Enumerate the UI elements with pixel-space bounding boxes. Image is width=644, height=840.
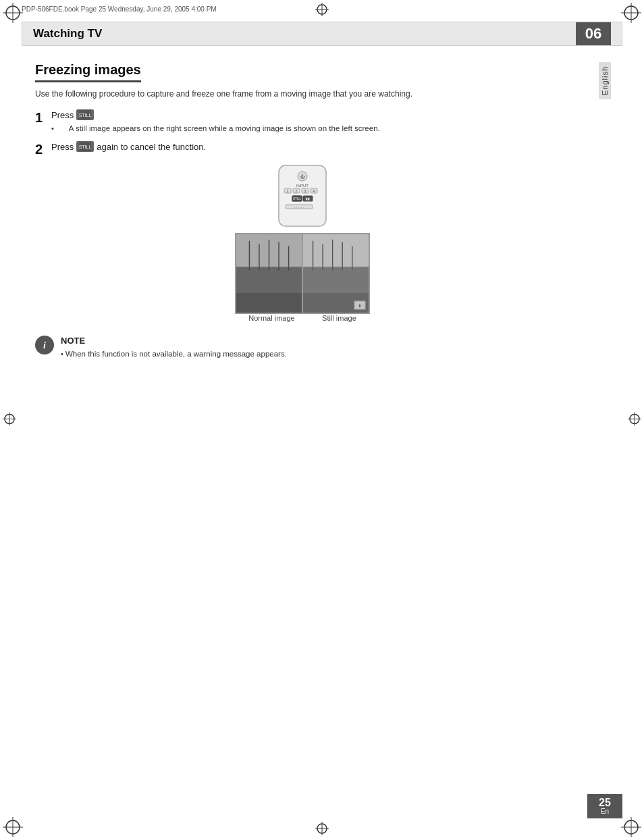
- still-image-label: Still image: [322, 314, 356, 322]
- svg-text:▮▮: ▮▮: [306, 196, 310, 201]
- step-2: 2 Press STILL again to cancel the functi…: [35, 141, 570, 157]
- step-2-press-text: Press: [51, 142, 74, 152]
- note-content: NOTE • When this function is not availab…: [61, 336, 570, 360]
- step-1-button-icon: STILL: [76, 109, 94, 120]
- step-1-bullet-text: A still image appears on the right scree…: [63, 123, 380, 134]
- corner-mark-br: [621, 817, 641, 837]
- step-2-suffix-text: again to cancel the function.: [97, 142, 206, 152]
- svg-text:STILL: STILL: [293, 197, 302, 201]
- svg-text:4: 4: [313, 189, 315, 193]
- svg-rect-51: [236, 267, 302, 294]
- right-sidebar: English: [587, 22, 622, 818]
- step-2-button-icon: STILL: [76, 141, 94, 152]
- corner-mark-tr: [621, 3, 641, 23]
- note-text-content: When this function is not available, a w…: [65, 350, 287, 358]
- page-language-short: En: [601, 808, 609, 815]
- image-labels: Normal image Still image: [235, 314, 370, 322]
- svg-text:- - - - - -: - - - - - -: [294, 205, 304, 209]
- svg-text:STILL: STILL: [79, 113, 91, 117]
- page-title: Watching TV: [33, 27, 102, 41]
- page-number: 25: [599, 797, 611, 808]
- svg-rect-57: [236, 293, 302, 313]
- normal-image-label: Normal image: [248, 314, 294, 322]
- illustrations: ⏻ INPUT 1 2 3 4 ◼◼ ▮▮ STILL: [35, 164, 570, 322]
- page-number-area: 25 En: [587, 794, 622, 818]
- step-2-main-line: Press STILL again to cancel the function…: [51, 141, 570, 152]
- svg-text:⏻: ⏻: [300, 174, 305, 179]
- step-2-number: 2: [35, 141, 51, 157]
- side-mark-top: [315, 3, 329, 18]
- side-mark-bottom: [315, 822, 329, 837]
- section-title: Freezing images: [35, 62, 141, 82]
- svg-rect-61: [303, 267, 369, 294]
- svg-text:3: 3: [304, 189, 306, 193]
- freeze-indicator: ⏸: [354, 300, 366, 310]
- note-title: NOTE: [61, 336, 570, 346]
- intro-text: Use the following procedure to capture a…: [35, 88, 570, 100]
- step-1: 1 Press STILL • A still image appears on…: [35, 109, 570, 134]
- step-1-bullet: • A still image appears on the right scr…: [51, 123, 570, 134]
- svg-text:2: 2: [296, 189, 298, 193]
- corner-mark-bl: [3, 817, 23, 837]
- remote-illustration: ⏻ INPUT 1 2 3 4 ◼◼ ▮▮ STILL: [259, 164, 346, 232]
- svg-text:STILL: STILL: [79, 145, 91, 149]
- language-label: English: [599, 62, 611, 99]
- side-mark-right: [628, 413, 641, 428]
- step-1-number: 1: [35, 109, 51, 126]
- note-icon: i: [35, 336, 54, 355]
- svg-text:1: 1: [287, 189, 289, 193]
- step-2-content: Press STILL again to cancel the function…: [51, 141, 570, 155]
- tv-screen: ⏸: [235, 233, 370, 314]
- main-content: Freezing images Use the following proced…: [22, 49, 583, 374]
- file-info: PDP-506FDE.book Page 25 Wednesday, June …: [22, 5, 217, 13]
- step-1-press-text: Press: [51, 110, 74, 120]
- note-section: i NOTE • When this function is not avail…: [35, 336, 570, 360]
- svg-text:⏸: ⏸: [358, 304, 362, 308]
- header-bar: Watching TV 06: [22, 22, 622, 46]
- svg-text:INPUT: INPUT: [296, 184, 308, 188]
- note-text: • When this function is not available, a…: [61, 348, 570, 360]
- svg-text:i: i: [43, 340, 46, 350]
- step-1-main-line: Press STILL: [51, 109, 570, 120]
- screen-right: ⏸: [303, 234, 369, 313]
- step-1-content: Press STILL • A still image appears on t…: [51, 109, 570, 134]
- side-mark-left: [3, 413, 16, 428]
- corner-mark-tl: [3, 3, 23, 23]
- screen-left: [236, 234, 303, 313]
- bullet-dot-1: •: [51, 123, 54, 134]
- note-bullet-dot: •: [61, 350, 65, 358]
